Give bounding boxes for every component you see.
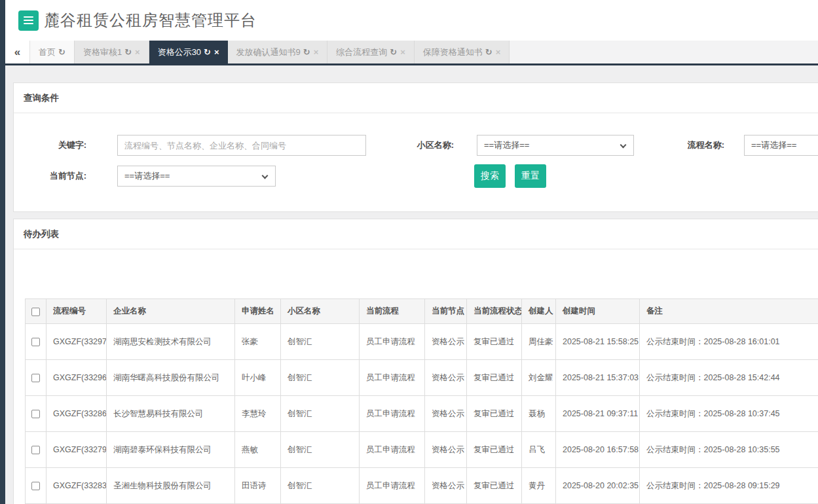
cell-current-process: 员工申请流程 bbox=[360, 324, 425, 360]
col-header-creator: 创建人 bbox=[522, 299, 556, 324]
tab-label: 资格公示30 bbox=[158, 46, 201, 58]
cell-process-no: GXGZF(33279) bbox=[46, 432, 107, 468]
col-header-company: 企业名称 bbox=[107, 299, 235, 324]
row-checkbox[interactable] bbox=[31, 410, 40, 418]
cell-created-time: 2025-08-21 15:37:03 bbox=[556, 360, 640, 396]
close-icon[interactable]: × bbox=[496, 47, 501, 57]
tab-qualification-publicity[interactable]: 资格公示30↻× bbox=[149, 41, 228, 63]
process-name-select-value: ==请选择== bbox=[751, 139, 796, 151]
content-area: 查询条件 关键字: 小区名称: ==请选择== 流程名称: ==请选择== 当前… bbox=[5, 65, 818, 504]
close-icon[interactable]: × bbox=[214, 47, 219, 57]
table-row: GXGZF(33296)湖南华曙高科技股份有限公司叶小峰创智汇员工申请流程资格公… bbox=[26, 360, 818, 396]
refresh-icon[interactable]: ↻ bbox=[58, 47, 65, 57]
cell-community: 创智汇 bbox=[281, 432, 360, 468]
row-checkbox[interactable] bbox=[31, 446, 40, 454]
cell-created-time: 2025-08-21 09:37:11 bbox=[556, 396, 640, 432]
cell-creator: 周佳豪 bbox=[522, 324, 556, 360]
keyword-input[interactable] bbox=[117, 135, 366, 156]
cell-remark: 公示结束时间：2025-08-28 16:01:01 bbox=[640, 324, 818, 360]
tab-issue-confirm-notice[interactable]: 发放确认通知书9↻× bbox=[228, 41, 328, 63]
tab-bar-tabs: 首页↻资格审核1↻×资格公示30↻×发放确认通知书9↻×综合流程查询↻×保障资格… bbox=[30, 41, 510, 63]
refresh-icon[interactable]: ↻ bbox=[303, 47, 310, 57]
table-row: GXGZF(33297)湖南思安检测技术有限公司张豪创智汇员工申请流程资格公示复… bbox=[26, 324, 818, 360]
cell-community: 创智汇 bbox=[281, 324, 360, 360]
tab-label: 保障资格通知书 bbox=[423, 46, 483, 58]
row-checkbox[interactable] bbox=[31, 482, 40, 490]
left-edge-sidebar bbox=[0, 0, 5, 504]
cell-process-no: GXGZF(33297) bbox=[46, 324, 107, 360]
cell-current-node: 资格公示 bbox=[425, 396, 467, 432]
tab-home[interactable]: 首页↻ bbox=[30, 41, 75, 63]
col-header-created-time: 创建时间 bbox=[556, 299, 640, 324]
cell-remark: 公示结束时间：2025-08-28 09:15:29 bbox=[640, 468, 818, 504]
current-node-label: 当前节点: bbox=[27, 166, 86, 187]
cell-remark: 公示结束时间：2025-08-28 10:35:55 bbox=[640, 432, 818, 468]
close-icon[interactable]: × bbox=[400, 47, 405, 57]
close-icon[interactable]: × bbox=[135, 47, 140, 57]
cell-current-node: 资格公示 bbox=[425, 324, 467, 360]
cell-process-no: GXGZF(33286) bbox=[46, 396, 107, 432]
table-row: GXGZF(33283)圣湘生物科技股份有限公司田语诗创智汇员工申请流程资格公示… bbox=[26, 468, 818, 504]
row-checkbox[interactable] bbox=[31, 338, 40, 346]
table-body: GXGZF(33297)湖南思安检测技术有限公司张豪创智汇员工申请流程资格公示复… bbox=[26, 324, 818, 504]
cell-current-node: 资格公示 bbox=[425, 468, 467, 504]
current-node-select[interactable]: ==请选择== bbox=[117, 166, 276, 187]
cell-company: 圣湘生物科技股份有限公司 bbox=[107, 468, 235, 504]
cell-current-node: 资格公示 bbox=[425, 432, 467, 468]
cell-process-status: 复审已通过 bbox=[467, 396, 522, 432]
select-all-checkbox[interactable] bbox=[31, 308, 40, 316]
process-name-select[interactable]: ==请选择== bbox=[744, 135, 818, 156]
cell-creator: 刘金耀 bbox=[522, 360, 556, 396]
cell-applicant: 田语诗 bbox=[235, 468, 281, 504]
row-checkbox[interactable] bbox=[31, 374, 40, 382]
cell-creator: 吕飞 bbox=[522, 432, 556, 468]
cell-creator: 聂杨 bbox=[522, 396, 556, 432]
cell-process-no: GXGZF(33296) bbox=[46, 360, 107, 396]
cell-applicant: 张豪 bbox=[235, 324, 281, 360]
col-header-remark: 备注 bbox=[640, 299, 818, 324]
col-header-applicant: 申请姓名 bbox=[235, 299, 281, 324]
cards-gap bbox=[13, 212, 818, 219]
chevron-down-icon bbox=[262, 173, 269, 179]
tab-qualification-review[interactable]: 资格审核1↻× bbox=[75, 41, 149, 63]
cell-current-process: 员工申请流程 bbox=[360, 396, 425, 432]
cell-current-node: 资格公示 bbox=[425, 360, 467, 396]
todo-table: 流程编号企业名称申请姓名小区名称当前流程当前节点当前流程状态创建人创建时间备注 … bbox=[25, 298, 818, 504]
todo-panel: 待办列表 流程编号企业名称申请姓名小区名称当前流程当前节点当前流程状态创建人创建… bbox=[13, 219, 818, 504]
todo-table-wrap: 流程编号企业名称申请姓名小区名称当前流程当前节点当前流程状态创建人创建时间备注 … bbox=[14, 249, 818, 504]
query-form: 关键字: 小区名称: ==请选择== 流程名称: ==请选择== 当前节点: =… bbox=[14, 113, 818, 211]
app-title: 麓谷租赁公租房智慧管理平台 bbox=[44, 10, 257, 31]
cell-current-process: 员工申请流程 bbox=[360, 468, 425, 504]
refresh-icon[interactable]: ↻ bbox=[124, 47, 132, 57]
todo-panel-title: 待办列表 bbox=[14, 219, 818, 249]
cell-applicant: 叶小峰 bbox=[235, 360, 281, 396]
cell-applicant: 燕敏 bbox=[235, 432, 281, 468]
refresh-icon[interactable]: ↻ bbox=[204, 47, 211, 57]
tab-guarantee-notice[interactable]: 保障资格通知书↻× bbox=[415, 41, 510, 63]
col-header-process-no: 流程编号 bbox=[46, 299, 107, 324]
cell-applicant: 李慧玲 bbox=[235, 396, 281, 432]
table-row: GXGZF(33279)湖南碧泰环保科技有限公司燕敏创智汇员工申请流程资格公示复… bbox=[26, 432, 818, 468]
cell-current-process: 员工申请流程 bbox=[360, 432, 425, 468]
tabs-collapse-icon[interactable]: « bbox=[5, 41, 30, 63]
col-header-current-node: 当前节点 bbox=[425, 299, 467, 324]
tab-label: 综合流程查询 bbox=[336, 46, 387, 58]
app-header: 麓谷租赁公租房智慧管理平台 bbox=[5, 0, 818, 41]
tab-process-query[interactable]: 综合流程查询↻× bbox=[327, 41, 415, 63]
cell-company: 湖南思安检测技术有限公司 bbox=[107, 324, 235, 360]
refresh-icon[interactable]: ↻ bbox=[390, 47, 397, 57]
menu-hamburger-icon[interactable] bbox=[18, 10, 39, 31]
close-icon[interactable]: × bbox=[314, 47, 319, 57]
cell-process-status: 复审已通过 bbox=[467, 432, 522, 468]
cell-current-process: 员工申请流程 bbox=[360, 360, 425, 396]
table-header-row: 流程编号企业名称申请姓名小区名称当前流程当前节点当前流程状态创建人创建时间备注 bbox=[26, 299, 818, 324]
community-select[interactable]: ==请选择== bbox=[477, 135, 634, 156]
reset-button[interactable]: 重置 bbox=[515, 164, 546, 188]
col-header-current-process: 当前流程 bbox=[360, 299, 425, 324]
table-row: GXGZF(33286)长沙智慧易科技有限公司李慧玲创智汇员工申请流程资格公示复… bbox=[26, 396, 818, 432]
cell-community: 创智汇 bbox=[281, 468, 360, 504]
current-node-select-value: ==请选择== bbox=[124, 170, 170, 182]
refresh-icon[interactable]: ↻ bbox=[485, 47, 493, 57]
search-button[interactable]: 搜索 bbox=[474, 164, 506, 188]
tab-label: 资格审核1 bbox=[83, 46, 122, 58]
